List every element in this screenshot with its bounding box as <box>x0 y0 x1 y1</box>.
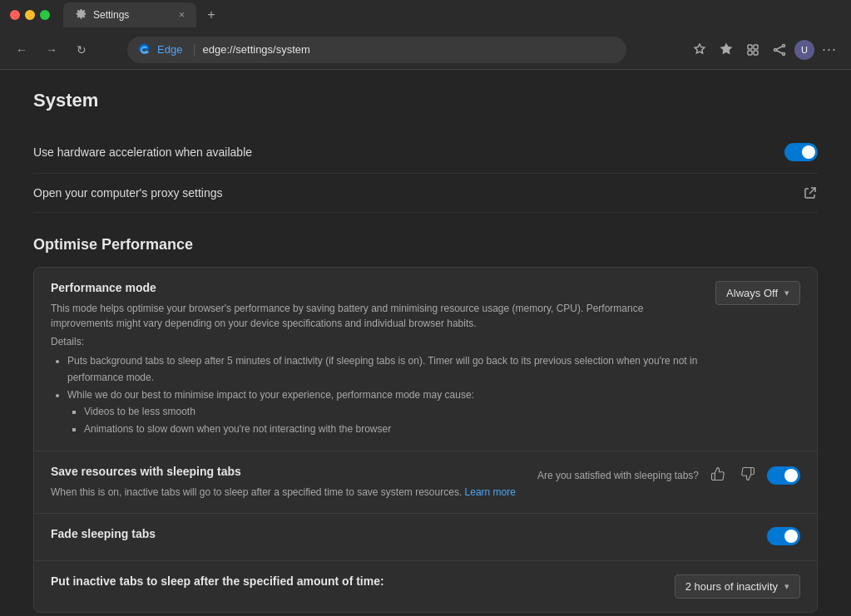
traffic-lights <box>10 10 50 20</box>
performance-details-label: Details: <box>51 336 702 347</box>
settings-tab[interactable]: Settings × <box>63 2 196 27</box>
proxy-settings-label: Open your computer's proxy settings <box>33 186 223 200</box>
performance-bullet-1: Puts background tabs to sleep after 5 mi… <box>67 352 702 387</box>
close-button[interactable] <box>10 10 20 20</box>
star-empty-button[interactable] <box>688 38 711 62</box>
svg-rect-3 <box>754 51 758 55</box>
put-inactive-title: Put inactive tabs to sleep after the spe… <box>51 574 384 588</box>
hardware-accel-label: Use hardware acceleration when available <box>33 145 252 159</box>
edge-logo-icon <box>137 43 151 57</box>
fade-sleeping-section: Fade sleeping tabs <box>34 514 817 561</box>
sleeping-tabs-header: Save resources with sleeping tabs When t… <box>51 465 800 500</box>
address-bar[interactable]: Edge | edge://settings/system <box>127 37 626 63</box>
thumbs-down-button[interactable] <box>737 465 759 486</box>
performance-mode-dropdown-label: Always Off <box>726 287 778 299</box>
performance-mode-content: Performance mode This mode helps optimis… <box>51 281 702 437</box>
svg-rect-0 <box>748 45 752 49</box>
svg-point-4 <box>783 44 785 47</box>
put-inactive-header: Put inactive tabs to sleep after the spe… <box>51 574 800 599</box>
share-button[interactable] <box>768 38 791 62</box>
more-button[interactable]: ··· <box>818 38 841 62</box>
performance-card: Performance mode This mode helps optimis… <box>33 267 818 613</box>
toolbar-icons: U ··· <box>688 38 841 62</box>
fade-sleeping-title: Fade sleeping tabs <box>51 527 156 540</box>
optimise-section-title: Optimise Performance <box>33 236 818 254</box>
external-link-icon <box>803 185 818 200</box>
address-url: edge://settings/system <box>203 43 616 56</box>
address-brand: Edge <box>157 43 182 56</box>
inactivity-dropdown-label: 2 hours of inactivity <box>685 580 778 593</box>
new-tab-button[interactable]: + <box>200 3 223 27</box>
avatar[interactable]: U <box>794 40 814 60</box>
maximize-button[interactable] <box>40 10 50 20</box>
main-content: System Use hardware acceleration when av… <box>0 70 851 616</box>
favorites-button[interactable] <box>715 38 738 62</box>
minimize-button[interactable] <box>25 10 35 20</box>
settings-tab-icon <box>75 9 87 21</box>
satisfaction-label: Are you satisfied with sleeping tabs? <box>537 470 699 481</box>
proxy-settings-row[interactable]: Open your computer's proxy settings <box>33 174 818 213</box>
tab-bar: Settings × + <box>63 2 223 27</box>
svg-rect-1 <box>754 45 758 49</box>
inactivity-dropdown[interactable]: 2 hours of inactivity ▾ <box>675 574 800 599</box>
performance-mode-header: Performance mode This mode helps optimis… <box>51 281 800 437</box>
performance-sub-bullet-1: Videos to be less smooth <box>84 403 702 420</box>
performance-mode-desc: This mode helps optimise your browser's … <box>51 301 702 331</box>
performance-bullet-2: While we do our best to minimise impact … <box>67 387 702 437</box>
svg-point-6 <box>783 52 785 55</box>
svg-line-8 <box>776 50 782 52</box>
thumbs-up-button[interactable] <box>707 465 729 486</box>
tab-label: Settings <box>93 9 129 21</box>
hardware-accel-toggle[interactable] <box>784 143 818 161</box>
svg-rect-2 <box>748 51 752 55</box>
performance-sub-bullets: Videos to be less smooth Animations to s… <box>67 403 702 437</box>
sleeping-tabs-content: Save resources with sleeping tabs When t… <box>51 465 531 500</box>
performance-sub-bullet-2: Animations to slow down when you're not … <box>84 421 702 437</box>
back-button[interactable]: ← <box>10 38 33 62</box>
address-bar-row: ← → ↻ Edge | edge://settings/system <box>0 30 851 70</box>
learn-more-link[interactable]: Learn more <box>465 486 516 498</box>
system-section-title: System <box>33 90 818 111</box>
collections-button[interactable] <box>741 38 764 62</box>
content-area: System Use hardware acceleration when av… <box>0 70 851 616</box>
performance-mode-dropdown[interactable]: Always Off ▾ <box>715 281 800 305</box>
performance-bullets: Puts background tabs to sleep after 5 mi… <box>51 352 702 437</box>
put-inactive-section: Put inactive tabs to sleep after the spe… <box>34 561 817 612</box>
inactivity-dropdown-arrow-icon: ▾ <box>784 581 789 592</box>
performance-mode-section: Performance mode This mode helps optimis… <box>34 268 817 451</box>
sleeping-tabs-desc: When this is on, inactive tabs will go t… <box>51 485 531 500</box>
address-separator: | <box>192 42 195 57</box>
forward-button[interactable]: → <box>40 38 63 62</box>
refresh-button[interactable]: ↻ <box>70 38 93 62</box>
title-bar: Settings × + <box>0 0 851 30</box>
dropdown-arrow-icon: ▾ <box>784 288 789 298</box>
sleeping-tabs-section: Save resources with sleeping tabs When t… <box>34 451 817 514</box>
sleeping-tabs-controls: Are you satisfied with sleeping tabs? <box>537 465 800 486</box>
fade-sleeping-header: Fade sleeping tabs <box>51 527 800 547</box>
hardware-accel-row: Use hardware acceleration when available <box>33 131 818 174</box>
sleeping-tabs-toggle[interactable] <box>767 466 800 485</box>
fade-sleeping-toggle[interactable] <box>767 527 800 545</box>
sleeping-tabs-title: Save resources with sleeping tabs <box>51 465 531 478</box>
tab-close-button[interactable]: × <box>179 9 185 21</box>
svg-point-5 <box>774 48 777 51</box>
performance-mode-title: Performance mode <box>51 281 702 294</box>
svg-line-7 <box>776 46 782 48</box>
svg-line-9 <box>809 188 815 194</box>
